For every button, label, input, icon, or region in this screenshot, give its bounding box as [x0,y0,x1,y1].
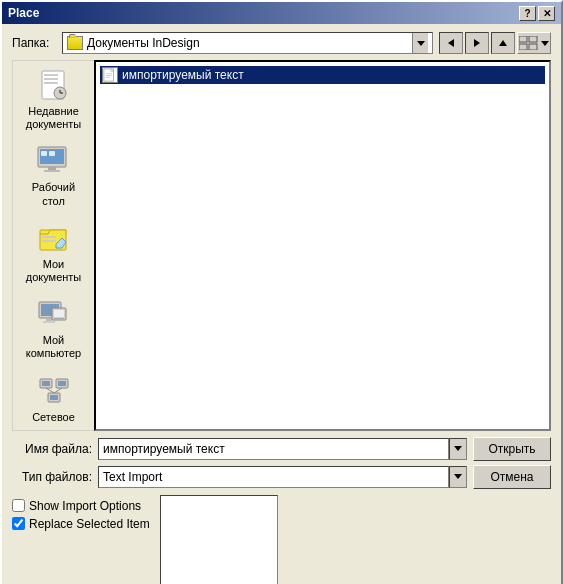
help-button[interactable]: ? [519,6,536,21]
svg-rect-0 [519,36,527,42]
nav-buttons [439,32,551,54]
right-buttons: Открыть [473,437,551,461]
replace-selected-item-row[interactable]: Replace Selected Item [12,517,150,531]
title-bar-buttons: ? ✕ [519,6,555,21]
filetype-row: Тип файлов: Отмена [12,465,551,489]
recent-icon [36,67,72,103]
svg-rect-16 [49,151,55,156]
checkboxes: Show Import Options Replace Selected Ite… [12,495,150,531]
file-list[interactable]: импортируемый текст [94,60,551,431]
filetype-chevron-icon [454,474,462,479]
svg-rect-14 [44,170,60,172]
svg-rect-18 [42,236,56,238]
view-chevron-icon [541,41,549,46]
svg-rect-7 [44,82,58,84]
svg-rect-23 [43,321,55,323]
filename-row: Имя файла: Открыть [12,437,551,461]
view-button[interactable] [517,32,551,54]
mydocs-icon [36,220,72,256]
cancel-button[interactable]: Отмена [473,465,551,489]
forward-button[interactable] [465,32,489,54]
filetype-dropdown[interactable] [98,466,467,488]
filename-chevron-icon [454,446,462,451]
show-import-options-label: Show Import Options [29,499,141,513]
svg-rect-37 [106,73,112,74]
replace-selected-item-label: Replace Selected Item [29,517,150,531]
filename-dropdown[interactable] [98,438,467,460]
folder-dropdown-arrow[interactable] [412,33,428,53]
show-import-options-checkbox[interactable] [12,499,25,512]
sidebar-item-network[interactable]: Сетевое [13,367,94,430]
folder-select[interactable]: Документы InDesign [62,32,433,54]
svg-rect-28 [42,381,50,386]
bottom-fields: Имя файла: Открыть Тип файлов: [12,437,551,489]
back-icon [448,39,454,47]
preview-area: Preview [160,495,278,584]
filename-dropdown-btn[interactable] [449,438,467,460]
svg-rect-32 [50,395,58,400]
sidebar-item-mycomp-label: Мойкомпьютер [26,334,81,360]
folder-icon [67,36,83,50]
replace-selected-item-checkbox[interactable] [12,517,25,530]
svg-rect-15 [41,151,47,156]
toolbar-row: Папка: Документы InDesign [12,32,551,54]
file-item-name: импортируемый текст [122,68,244,82]
folder-name: Документы InDesign [87,36,408,50]
forward-icon [474,39,480,47]
up-icon [499,40,507,46]
svg-rect-19 [42,240,56,242]
title-bar: Place ? ✕ [2,2,561,24]
sidebar-item-network-label: Сетевое [32,411,75,424]
close-button[interactable]: ✕ [538,6,555,21]
sidebar-item-mydocs-label: Мои документы [17,258,90,284]
network-icon [36,373,72,409]
svg-rect-6 [44,78,58,80]
file-item[interactable]: импортируемый текст [100,66,545,84]
sidebar-item-recent-label: Недавниедокументы [26,105,82,131]
sidebar-item-desktop[interactable]: Рабочийстол [13,137,94,213]
svg-rect-30 [58,381,66,386]
mycomp-icon [36,296,72,332]
svg-rect-2 [519,44,527,50]
left-panel: Недавниедокументы Рабочий [12,60,94,431]
dialog-body: Папка: Документы InDesign [2,24,561,584]
options-area: Show Import Options Replace Selected Ite… [12,495,551,584]
svg-rect-39 [106,77,110,78]
right-buttons-cancel: Отмена [473,465,551,489]
open-button[interactable]: Открыть [473,437,551,461]
svg-rect-22 [46,318,52,321]
svg-rect-38 [106,75,112,76]
svg-rect-26 [54,318,64,319]
view-icon [519,36,539,50]
svg-line-33 [46,388,54,393]
sidebar-item-mycomp[interactable]: Мойкомпьютер [13,290,94,366]
main-area: Недавниедокументы Рабочий [12,60,551,431]
svg-rect-13 [48,167,56,170]
up-button[interactable] [491,32,515,54]
sidebar-item-mydocs[interactable]: Мои документы [13,214,94,290]
filetype-dropdown-btn[interactable] [449,466,467,488]
title-bar-title: Place [8,6,39,20]
svg-rect-5 [44,74,58,76]
folder-label: Папка: [12,36,56,50]
svg-line-34 [54,388,62,393]
sidebar-item-desktop-label: Рабочийстол [32,181,75,207]
filetype-input[interactable] [98,466,449,488]
desktop-icon [36,143,72,179]
svg-rect-3 [529,44,537,50]
filename-label: Имя файла: [12,442,92,456]
filetype-label: Тип файлов: [12,470,92,484]
sidebar-item-recent[interactable]: Недавниедокументы [13,61,94,137]
filename-input[interactable] [98,438,449,460]
place-dialog: Place ? ✕ Папка: Документы InDesign [0,0,563,584]
back-button[interactable] [439,32,463,54]
svg-rect-1 [529,36,537,42]
preview-box [160,495,278,584]
svg-rect-25 [54,310,64,317]
show-import-options-row[interactable]: Show Import Options [12,499,150,513]
chevron-down-icon [417,41,425,46]
dialog-title: Place [8,6,39,20]
file-icon [102,67,118,83]
